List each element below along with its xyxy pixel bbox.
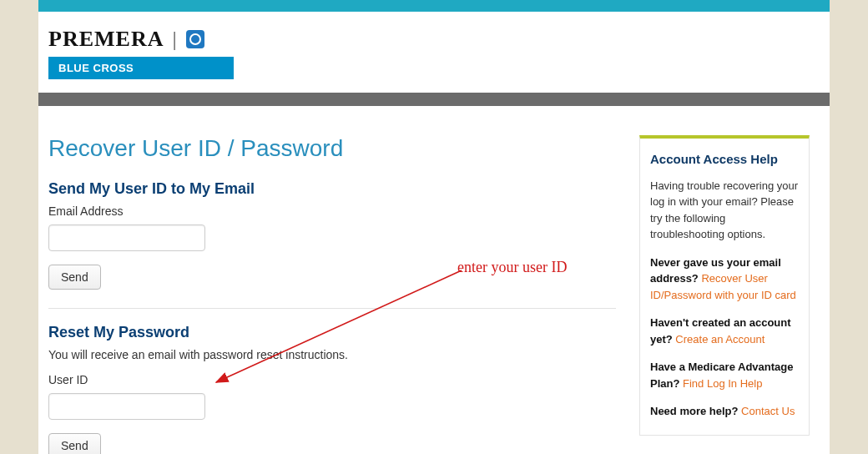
nav-bar [38, 93, 830, 106]
email-input[interactable] [48, 224, 205, 251]
main-column: Recover User ID / Password Send My User … [48, 135, 616, 454]
userid-label: User ID [48, 373, 616, 386]
section2-note: You will receive an email with password … [48, 348, 616, 361]
brand-divider: | [172, 27, 177, 52]
section2-title: Reset My Password [48, 324, 616, 341]
brand-text: PREMERA [48, 27, 164, 52]
help-sidebar: Account Access Help Having trouble recov… [639, 135, 810, 436]
top-accent-strip [38, 0, 830, 12]
userid-input[interactable] [48, 393, 205, 420]
page-title: Recover User ID / Password [48, 135, 616, 162]
send-reset-button[interactable]: Send [48, 433, 101, 454]
send-userid-button[interactable]: Send [48, 265, 101, 290]
help-item: Haven't created an account yet? Create a… [650, 315, 799, 347]
help-item-strong: Need more help? [650, 405, 738, 417]
help-link-create-account[interactable]: Create an Account [675, 333, 765, 346]
brand-name: PREMERA | [48, 27, 830, 52]
help-link-contact-us[interactable]: Contact Us [741, 405, 795, 417]
section-divider [48, 308, 616, 309]
help-item: Need more help? Contact Us [650, 403, 799, 420]
content-row: Recover User ID / Password Send My User … [38, 106, 830, 454]
sidebar-title: Account Access Help [650, 150, 799, 169]
sidebar-intro: Having trouble recovering your log in wi… [650, 178, 799, 243]
annotation-label: enter your user ID [457, 259, 567, 276]
brand-area: PREMERA | BLUE CROSS [38, 12, 830, 89]
section1-title: Send My User ID to My Email [48, 180, 616, 198]
page-container: PREMERA | BLUE CROSS Recover User ID / P… [38, 0, 830, 454]
help-item: Never gave us your email address? Recove… [650, 255, 799, 304]
help-item: Have a Medicare Advantage Plan? Find Log… [650, 359, 799, 391]
help-link-medicare[interactable]: Find Log In Help [683, 377, 762, 390]
brand-sub: BLUE CROSS [48, 57, 234, 79]
email-label: Email Address [48, 204, 616, 218]
shield-icon [186, 30, 204, 48]
